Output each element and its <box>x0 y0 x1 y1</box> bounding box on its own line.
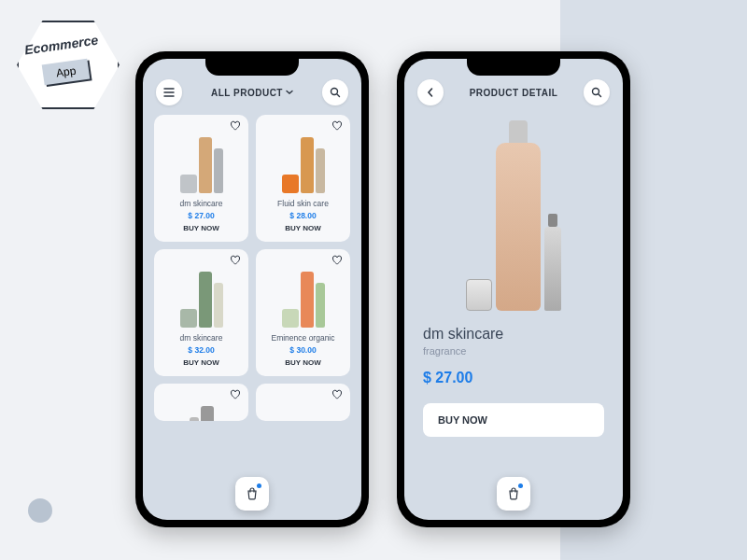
product-thumbnail <box>162 260 241 328</box>
phone-notch <box>205 59 299 76</box>
shopping-bag-icon <box>245 486 260 501</box>
product-card[interactable]: Fluid skin care $ 28.00 BUY NOW <box>256 115 350 242</box>
product-name: Eminence organic <box>263 333 343 343</box>
product-thumbnail <box>263 260 343 328</box>
cart-button[interactable] <box>497 477 530 511</box>
cart-badge-dot <box>257 483 261 488</box>
product-price: $ 27.00 <box>423 370 604 386</box>
buy-now-link[interactable]: BUY NOW <box>263 224 343 232</box>
product-card[interactable] <box>256 384 350 421</box>
product-price: $ 27.00 <box>162 211 241 220</box>
svg-point-0 <box>331 89 337 95</box>
decorative-dot <box>28 498 52 523</box>
search-button[interactable] <box>584 79 610 105</box>
product-category: fragrance <box>423 345 604 357</box>
menu-button[interactable] <box>156 79 182 105</box>
favorite-button[interactable] <box>331 389 343 400</box>
product-price: $ 30.00 <box>263 345 343 355</box>
product-name: dm skincare <box>162 333 241 343</box>
svg-point-1 <box>593 89 599 95</box>
product-hero-image <box>404 115 623 311</box>
product-name: Fluid skin care <box>263 199 343 208</box>
product-price: $ 32.00 <box>162 345 241 355</box>
product-name: dm skincare <box>162 199 241 208</box>
search-icon <box>330 87 341 98</box>
phone-notch <box>467 59 560 76</box>
buy-now-button[interactable]: BUY NOW <box>423 403 604 437</box>
phone-detail: PRODUCT DETAIL dm skincare fragrance $ 2… <box>397 51 630 527</box>
product-thumbnail <box>162 126 241 193</box>
favorite-button[interactable] <box>331 120 343 132</box>
app-badge: Ecommerce App <box>17 21 120 109</box>
favorite-button[interactable] <box>230 389 241 400</box>
shopping-bag-icon <box>506 486 521 501</box>
product-card[interactable]: dm skincare $ 27.00 BUY NOW <box>154 115 248 242</box>
product-price: $ 28.00 <box>263 211 343 220</box>
favorite-button[interactable] <box>230 255 241 266</box>
product-card[interactable] <box>154 384 248 421</box>
listing-title[interactable]: ALL PRODUCT <box>211 88 293 98</box>
product-card[interactable]: dm skincare $ 32.00 BUY NOW <box>154 249 248 376</box>
back-button[interactable] <box>417 79 444 105</box>
chevron-left-icon <box>426 87 435 98</box>
search-icon <box>591 87 602 98</box>
buy-now-link[interactable]: BUY NOW <box>162 358 241 367</box>
chevron-down-icon <box>286 90 293 95</box>
favorite-button[interactable] <box>230 120 241 132</box>
phone-listing: ALL PRODUCT dm skincare $ 27.00 BUY NOW <box>135 51 369 527</box>
favorite-button[interactable] <box>331 255 343 266</box>
menu-icon <box>163 88 175 97</box>
product-card[interactable]: Eminence organic $ 30.00 BUY NOW <box>256 249 350 376</box>
buy-now-link[interactable]: BUY NOW <box>263 358 343 367</box>
product-thumbnail <box>263 126 343 193</box>
buy-now-link[interactable]: BUY NOW <box>162 224 241 232</box>
cart-badge-dot <box>518 483 523 488</box>
search-button[interactable] <box>322 79 348 105</box>
detail-title: PRODUCT DETAIL <box>470 88 558 98</box>
cart-button[interactable] <box>235 477 269 511</box>
product-name: dm skincare <box>423 326 604 343</box>
